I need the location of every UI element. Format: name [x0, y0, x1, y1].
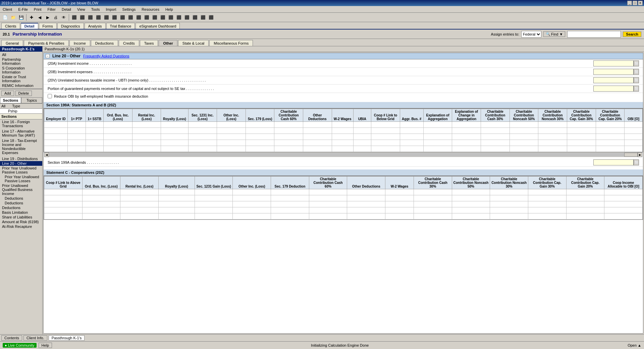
tb5[interactable]: ⬛ [103, 14, 110, 21]
tb18[interactable]: ⬛ [207, 14, 215, 21]
sidebar-item-all[interactable]: All [0, 52, 42, 57]
form-area[interactable]: − Line 20 - Other Frequently Asked Quest… [43, 53, 643, 334]
section199a-dividends-input[interactable] [593, 159, 634, 165]
scroll-right[interactable]: ▶ [638, 152, 642, 157]
scroll-bar-199a[interactable]: ◀ ▶ [44, 152, 642, 157]
tb1[interactable]: ⬛ [70, 14, 78, 21]
sidebar-tab-sections[interactable]: Sections [0, 97, 21, 103]
tb8[interactable]: ⬛ [127, 14, 134, 21]
open-button[interactable]: 📁 [9, 14, 17, 21]
print-button[interactable]: 🖨 [52, 14, 59, 21]
tb16[interactable]: ⬛ [191, 14, 199, 21]
sidebar-tab-topics[interactable]: Topics [21, 97, 42, 103]
sidebar-item-scorp[interactable]: S Corporation Information [0, 66, 42, 74]
section-at-risk[interactable]: Amount at Risk (6198) [0, 219, 42, 224]
table-row[interactable] [44, 146, 643, 152]
search-button[interactable]: Search [623, 32, 641, 37]
statement-c-grid[interactable]: Coop # Link to Above Grid Ord. Bus. Inc.… [44, 176, 643, 220]
section-qbi-detail[interactable]: Deductions [0, 196, 42, 201]
save-button[interactable]: 💾 [17, 14, 25, 21]
nav-next-button[interactable]: ▶ [44, 14, 51, 21]
delete-button[interactable]: Delete [15, 91, 32, 96]
menu-view[interactable]: View [76, 7, 87, 12]
tb2[interactable]: ⬛ [78, 14, 86, 21]
bottom-tab-client-info[interactable]: Client Info. [23, 335, 47, 341]
tb11[interactable]: ⬛ [151, 14, 158, 21]
tb6[interactable]: ⬛ [111, 14, 118, 21]
tb7[interactable]: ⬛ [119, 14, 126, 21]
tab-trial-balance[interactable]: Trial Balance [106, 23, 135, 29]
menu-filter[interactable]: Filter [46, 7, 57, 12]
section-prior-year[interactable]: Prior Year Unallowed Passive Losses [0, 166, 42, 174]
tab-analysis[interactable]: Analysis [85, 23, 106, 29]
section-deductions[interactable]: Deductions [0, 205, 42, 210]
scroll-left[interactable]: ◀ [44, 152, 49, 157]
add-client-button[interactable]: ✚ [28, 14, 35, 21]
minimize-button[interactable]: _ [627, 1, 632, 5]
menu-detail[interactable]: Detail [60, 7, 72, 12]
obi-checkbox[interactable] [48, 94, 52, 98]
tb17[interactable]: ⬛ [199, 14, 207, 21]
ubti-input[interactable] [593, 77, 634, 83]
nav-tab-general[interactable]: General [1, 40, 23, 46]
investment-income-input[interactable] [593, 60, 634, 66]
table-row[interactable] [44, 213, 643, 219]
window-controls[interactable]: _ □ ✕ [627, 1, 643, 5]
tb3[interactable]: ⬛ [87, 14, 94, 21]
new-button[interactable]: 📄 [1, 14, 9, 21]
section-line16[interactable]: Line 16 - Foreign Transactions [0, 119, 42, 128]
menu-client[interactable]: Client [1, 7, 13, 12]
preview-button[interactable]: 👁 [60, 14, 67, 21]
scroll-thumb[interactable] [624, 153, 638, 157]
section-line18[interactable]: Line 18 - Tax-Exempt Income and Nondeduc… [0, 138, 42, 155]
tab-esignature[interactable]: eSignature Dashboard [136, 23, 180, 29]
collapse-button[interactable]: − [46, 54, 50, 58]
maximize-button[interactable]: □ [633, 1, 637, 5]
section-prior-qbi[interactable]: Prior Unallowed Qualified Business Incom… [0, 183, 42, 196]
tb10[interactable]: ⬛ [143, 14, 150, 21]
table-row[interactable] [44, 122, 643, 128]
section199a-dividends-btn[interactable]: ⬜ [634, 159, 639, 165]
table-row[interactable] [44, 207, 643, 213]
nav-tab-other[interactable]: Other [159, 40, 177, 46]
investment-expenses-input[interactable] [593, 69, 634, 75]
nav-tab-income[interactable]: Income [69, 40, 90, 46]
find-button[interactable]: 🔍 Find ▼ [543, 31, 565, 37]
nav-tab-credits[interactable]: Credits [119, 40, 139, 46]
tb12[interactable]: ⬛ [159, 14, 166, 21]
section-199a-grid[interactable]: Employer ID 1= PTP 1= SSTB Ord. Bus. Inc… [44, 108, 643, 152]
nav-prev-button[interactable]: ◀ [36, 14, 43, 21]
bottom-tab-contents[interactable]: Contents [1, 335, 22, 341]
section-qbi-detail2[interactable]: Deductions [0, 201, 42, 205]
add-button[interactable]: Add [1, 91, 14, 96]
menu-tools[interactable]: Tools [90, 7, 101, 12]
menu-settings[interactable]: Settings [121, 7, 137, 12]
tab-diagnostics[interactable]: Diagnostics [57, 23, 84, 29]
help-button[interactable]: Help [39, 343, 52, 348]
sidebar-item-remic[interactable]: REMIC Information [0, 83, 42, 88]
table-row[interactable] [44, 189, 643, 195]
close-button[interactable]: ✕ [638, 1, 643, 5]
tb13[interactable]: ⬛ [167, 14, 174, 21]
investment-expenses-btn[interactable]: ⬜ [634, 69, 639, 75]
menu-efile[interactable]: E-File [17, 7, 29, 12]
tb9[interactable]: ⬛ [135, 14, 142, 21]
ubti-btn[interactable]: ⬜ [634, 77, 639, 83]
section-line17[interactable]: Line 17 - Alternative Minimum Tax (AMT) [0, 129, 42, 138]
search-input[interactable] [567, 31, 621, 38]
tb4[interactable]: ⬛ [95, 14, 102, 21]
section-basis[interactable]: Basis Limitation [0, 210, 42, 215]
investment-income-btn[interactable]: ⬜ [634, 60, 639, 66]
sidebar-item-partnership[interactable]: Partnership Information [0, 57, 42, 66]
table-row[interactable] [44, 201, 643, 207]
sidebar-item-estate[interactable]: Estate or Trust Information [0, 74, 42, 83]
guaranteed-payments-btn[interactable]: ⬜ [634, 86, 639, 92]
menu-resources[interactable]: Resources [140, 7, 161, 12]
guaranteed-payments-input[interactable] [593, 86, 634, 92]
section-liabilities[interactable]: Share of Liabilities [0, 215, 42, 219]
table-row[interactable] [44, 128, 643, 134]
tb14[interactable]: ⬛ [175, 14, 182, 21]
table-row[interactable] [44, 140, 643, 146]
live-community-button[interactable]: ● Live Community [3, 343, 37, 348]
assign-dropdown[interactable]: Federal [521, 31, 541, 38]
